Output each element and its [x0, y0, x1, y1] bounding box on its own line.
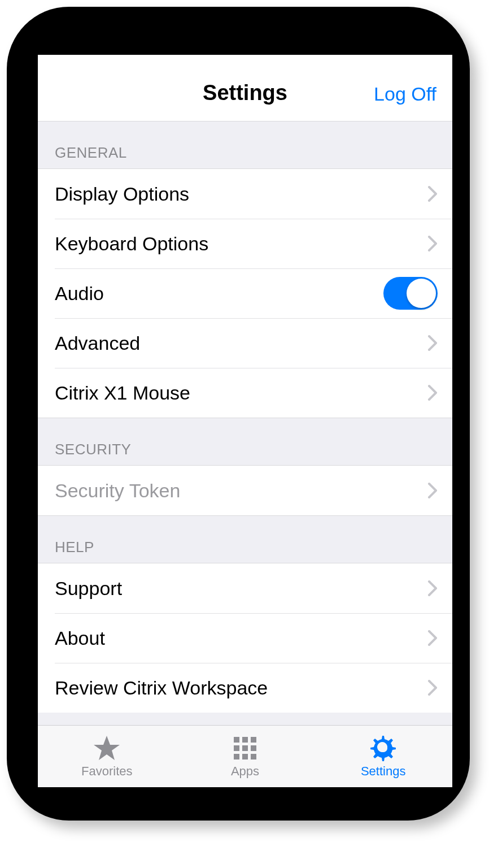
- chevron-right-icon: [427, 482, 438, 499]
- nav-bar: Settings Log Off: [38, 55, 452, 121]
- svg-point-10: [379, 744, 387, 752]
- chevron-right-icon: [427, 335, 438, 351]
- row-label: Advanced: [55, 332, 140, 354]
- star-icon: [93, 735, 121, 762]
- row-label: About: [55, 627, 105, 649]
- chevron-right-icon: [427, 384, 438, 401]
- screen: Settings Log Off GENERAL Display Options…: [38, 55, 452, 787]
- row-label: Review Citrix Workspace: [55, 677, 268, 699]
- chevron-right-icon: [427, 235, 438, 252]
- svg-rect-3: [234, 745, 239, 751]
- chevron-right-icon: [427, 630, 438, 646]
- chevron-right-icon: [427, 679, 438, 696]
- row-label: Keyboard Options: [55, 233, 208, 255]
- log-off-button[interactable]: Log Off: [374, 83, 436, 105]
- group-security: Security Token: [38, 465, 452, 516]
- svg-rect-8: [251, 754, 256, 760]
- row-label: Citrix X1 Mouse: [55, 382, 190, 404]
- row-keyboard-options[interactable]: Keyboard Options: [38, 219, 452, 268]
- row-label: Audio: [55, 283, 104, 305]
- tab-label: Favorites: [81, 764, 132, 779]
- chevron-right-icon: [427, 185, 438, 202]
- row-display-options[interactable]: Display Options: [38, 169, 452, 219]
- toggle-knob: [407, 279, 436, 308]
- group-help: Support About Review Citrix Workspace: [38, 563, 452, 713]
- grid-icon: [233, 735, 257, 762]
- tab-label: Settings: [361, 764, 406, 779]
- svg-rect-6: [234, 754, 239, 760]
- chevron-right-icon: [427, 580, 438, 597]
- svg-rect-5: [251, 745, 256, 751]
- row-label: Security Token: [55, 480, 180, 502]
- row-label: Support: [55, 578, 122, 600]
- tab-bar: Favorites: [38, 725, 452, 787]
- svg-rect-4: [242, 745, 248, 751]
- row-audio: Audio: [38, 268, 452, 318]
- tab-favorites[interactable]: Favorites: [38, 726, 176, 787]
- section-header-security: SECURITY: [38, 418, 452, 465]
- section-header-help: HELP: [38, 516, 452, 563]
- row-support[interactable]: Support: [38, 563, 452, 613]
- section-header-general: GENERAL: [38, 121, 452, 168]
- row-label: Display Options: [55, 183, 189, 205]
- row-review-citrix-workspace[interactable]: Review Citrix Workspace: [38, 663, 452, 713]
- row-security-token[interactable]: Security Token: [38, 466, 452, 515]
- svg-rect-7: [242, 754, 248, 760]
- row-citrix-x1-mouse[interactable]: Citrix X1 Mouse: [38, 368, 452, 418]
- tab-label: Apps: [231, 764, 259, 779]
- gear-icon: [370, 735, 397, 762]
- group-general: Display Options Keyboard Options Audio: [38, 168, 452, 418]
- page-title: Settings: [203, 81, 287, 105]
- device-frame: Settings Log Off GENERAL Display Options…: [0, 0, 489, 868]
- row-advanced[interactable]: Advanced: [38, 318, 452, 368]
- tab-settings[interactable]: Settings: [314, 726, 452, 787]
- row-about[interactable]: About: [38, 613, 452, 663]
- audio-toggle[interactable]: [383, 277, 438, 310]
- device-bezel: Settings Log Off GENERAL Display Options…: [7, 7, 470, 821]
- svg-rect-2: [251, 737, 256, 743]
- tab-apps[interactable]: Apps: [176, 726, 315, 787]
- content-scroll[interactable]: Settings Log Off GENERAL Display Options…: [38, 55, 452, 725]
- svg-rect-1: [242, 737, 248, 743]
- svg-rect-0: [234, 737, 239, 743]
